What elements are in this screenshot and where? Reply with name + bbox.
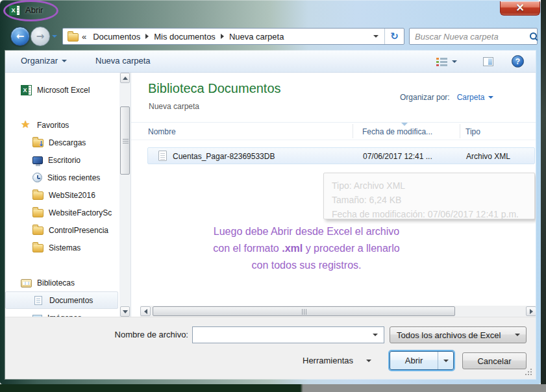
column-header-fecha[interactable]: Fecha de modifica... [362, 127, 432, 136]
arrange-by-control: Organizar por: Carpeta [400, 93, 493, 102]
breadcrumb-overflow[interactable]: « [79, 32, 90, 42]
recent-pages-chevron-icon[interactable] [52, 35, 57, 38]
breadcrumb-mis-documentos[interactable]: Mis documentos [151, 32, 219, 42]
views-icon [436, 57, 448, 66]
sidebar-item-sitios-recientes[interactable]: Sitios recientes [5, 169, 119, 186]
filename-input[interactable] [193, 330, 373, 340]
breadcrumb-documentos[interactable]: Documentos [90, 32, 143, 42]
desktop-background-bottom [0, 384, 546, 392]
filetype-dropdown[interactable]: Todos los archivos de Excel [390, 326, 527, 343]
recent-places-icon [32, 173, 42, 182]
tooltip-type: Tipo: Archivo XML [332, 178, 527, 193]
column-header-tipo[interactable]: Tipo [465, 127, 480, 136]
annotation-line: con el formato .xml y proceder a llenarl… [131, 240, 482, 257]
library-title: Biblioteca Documentos [148, 81, 281, 96]
arrange-by-value[interactable]: Carpeta [457, 93, 485, 102]
column-header-row: Nombre Fecha de modifica... Tipo [131, 122, 536, 140]
annotation-segment: y proceder a llenarlo [303, 243, 399, 254]
annotation-line: con todos sus registros. [131, 257, 482, 274]
open-split-button[interactable]: Abrir [390, 351, 454, 370]
annotation-segment: con el formato [213, 243, 282, 254]
sidebar-item-controlpresencia[interactable]: ControlPresencia [5, 221, 119, 239]
scroll-right-button[interactable] [526, 306, 536, 316]
scroll-down-button[interactable] [120, 306, 130, 317]
sidebar-group-gap [5, 99, 119, 116]
search-box[interactable] [409, 28, 538, 45]
organize-button[interactable]: Organizar [21, 56, 67, 66]
excel-icon [21, 85, 32, 95]
sidebar-item-label: Favoritos [37, 121, 69, 130]
forward-button[interactable] [31, 27, 50, 46]
tools-button[interactable]: Herramientas [303, 356, 371, 365]
file-row-cuentas-pagar[interactable]: Cuentas_Pagar-82369533DB 07/06/2017 12:4… [147, 147, 535, 164]
breadcrumb-nueva-carpeta[interactable]: Nueva carpeta [226, 32, 288, 42]
file-date: 07/06/2017 12:41 ... [363, 152, 432, 161]
file-name: Cuentas_Pagar-82369533DB [173, 152, 275, 161]
tooltip-modified: Fecha de modificación: 07/06/2017 12:41 … [332, 207, 527, 219]
refresh-button[interactable] [384, 29, 404, 44]
command-toolbar: Organizar Nueva carpeta [5, 51, 536, 73]
sidebar-item-label: Microsoft Excel [37, 86, 90, 95]
sidebar-item-descargas[interactable]: Descargas [5, 134, 119, 151]
sidebar-item-imagenes[interactable]: Imágenes [5, 309, 119, 317]
scroll-left-button[interactable] [140, 306, 151, 316]
chevron-down-icon[interactable] [373, 334, 378, 336]
file-list-horizontal-scrollbar[interactable] [140, 306, 536, 317]
filename-combo[interactable] [192, 326, 384, 343]
dialog-footer: Nombre de archivo: Todos los archivos de… [5, 317, 536, 379]
sidebar-item-sistemas[interactable]: Sistemas [5, 239, 119, 256]
sidebar-item-bibliotecas[interactable]: Bibliotecas [5, 274, 119, 291]
desktop-icon [32, 156, 43, 164]
sidebar-item-website2016[interactable]: WebSite2016 [5, 186, 119, 204]
sidebar-item-label: WebSite2016 [49, 191, 95, 200]
back-button[interactable] [10, 27, 30, 46]
column-divider[interactable] [353, 124, 353, 138]
sidebar-item-documentos[interactable]: Documentos [5, 291, 118, 309]
address-dropdown-icon[interactable] [373, 35, 378, 38]
views-button[interactable] [436, 57, 457, 66]
folder-icon [32, 227, 43, 235]
sidebar-item-label: ControlPresencia [49, 226, 108, 235]
help-icon [512, 55, 524, 67]
open-button[interactable]: Abrir [390, 352, 438, 369]
address-bar[interactable]: « Documentos Mis documentos Nueva carpet… [62, 28, 404, 45]
window-title: Abrir [25, 5, 43, 15]
scrollbar-thumb[interactable] [153, 306, 455, 316]
arrow-left-icon [144, 309, 147, 314]
sidebar-item-label: Documentos [49, 296, 93, 305]
sidebar-item-label: Bibliotecas [37, 278, 75, 288]
scrollbar-thumb[interactable] [120, 106, 130, 175]
sidebar-item-websitefactory[interactable]: WebsiteFactorySc [5, 204, 119, 221]
annotation-line: Luego debe Abrir desde Excel el archivo [131, 223, 482, 240]
chevron-down-icon [62, 60, 67, 62]
resize-grip[interactable] [524, 367, 532, 376]
new-folder-label: Nueva carpeta [95, 56, 151, 66]
open-dialog-window: Abrir « Documentos Mis documentos Nueva … [0, 0, 541, 384]
folder-icon [32, 209, 43, 217]
close-button[interactable] [500, 1, 540, 16]
sidebar-item-favoritos[interactable]: Favoritos [5, 116, 119, 134]
open-dropdown-button[interactable] [438, 352, 453, 369]
arrow-right-icon [530, 309, 533, 314]
scroll-up-button[interactable] [120, 73, 130, 83]
new-folder-button[interactable]: Nueva carpeta [95, 56, 151, 66]
filetype-value: Todos los archivos de Excel [390, 330, 515, 340]
star-icon [21, 120, 32, 130]
sidebar-scrollbar[interactable] [119, 73, 130, 317]
folder-icon [68, 33, 79, 42]
column-divider[interactable] [460, 124, 460, 138]
sidebar-item-escritorio[interactable]: Escritorio [5, 151, 119, 169]
organize-label: Organizar [21, 56, 58, 66]
column-header-nombre[interactable]: Nombre [148, 127, 176, 136]
search-input[interactable] [410, 32, 529, 42]
sidebar-item-label: Descargas [49, 138, 86, 147]
cancel-button[interactable]: Cancelar [462, 352, 527, 369]
chevron-down-icon[interactable] [488, 96, 493, 99]
sidebar-item-label: Sistemas [49, 243, 81, 252]
help-button[interactable] [512, 55, 524, 67]
dialog-client-area: Organizar Nueva carpeta [5, 51, 536, 379]
annotation-segment-bold: .xml [282, 243, 303, 254]
search-icon[interactable] [529, 32, 538, 41]
preview-pane-button[interactable] [483, 57, 493, 66]
sidebar-item-microsoft-excel[interactable]: Microsoft Excel [5, 81, 119, 99]
